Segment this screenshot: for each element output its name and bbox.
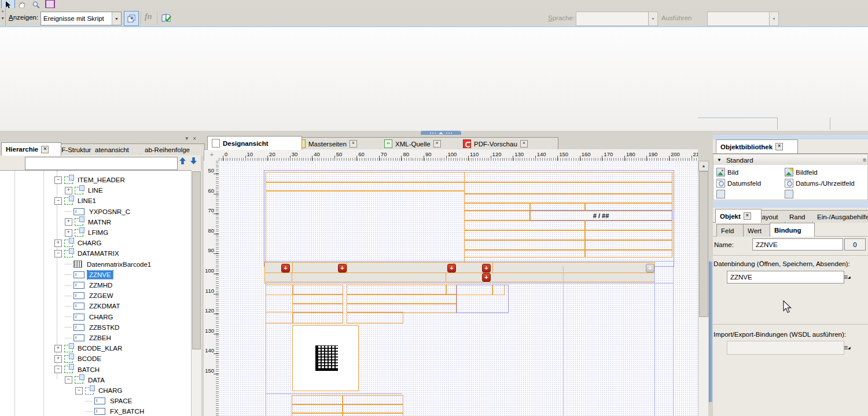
tree-item-line[interactable]: +LINE xyxy=(0,185,191,196)
name-input[interactable]: ZZNVE xyxy=(752,238,843,251)
tree-item-lfimg[interactable]: +LFIMG xyxy=(0,227,191,238)
collapsed-panel-grip[interactable] xyxy=(709,262,712,402)
tree-item-zzbstkd[interactable]: IZZBSTKD xyxy=(0,322,191,333)
script-editor-area[interactable] xyxy=(0,27,868,131)
tree-item-yxposnr-c[interactable]: IYXPOSNR_C xyxy=(0,207,191,217)
scrollbar-thumb[interactable] xyxy=(192,171,201,349)
library-section-header[interactable]: ▼ Standard ≡ xyxy=(713,154,868,166)
show-events-button[interactable] xyxy=(124,11,139,26)
function-icon[interactable]: fn xyxy=(145,12,152,21)
collapse-icon[interactable]: − xyxy=(54,366,62,373)
form-field-rect[interactable] xyxy=(266,312,293,323)
library-item-bild[interactable]: Bild xyxy=(716,168,738,176)
add-row-icon[interactable]: + xyxy=(646,264,654,273)
tree-item-zzkdmat[interactable]: IZZKDMAT xyxy=(0,301,191,311)
tree-item-charg[interactable]: ICHARG xyxy=(0,312,191,322)
tree-item-zznve[interactable]: IZZNVE xyxy=(0,270,191,280)
tree-item-batch[interactable]: −BATCH xyxy=(0,365,191,375)
library-item-item[interactable] xyxy=(716,190,725,198)
tree-item-fx-batch[interactable]: IFX_BATCH xyxy=(0,406,191,416)
tab-pdf-vorschau[interactable]: PDF-Vorschau× xyxy=(458,137,558,150)
tab-bindung[interactable]: Bindung xyxy=(770,223,815,237)
add-row-icon[interactable]: + xyxy=(482,273,491,282)
collapse-icon[interactable]: − xyxy=(54,176,62,184)
tree-item-zzmhd[interactable]: IZZMHD xyxy=(0,280,191,290)
tree-item-space[interactable]: ISPACE xyxy=(0,396,191,406)
form-field-rect[interactable] xyxy=(584,249,672,257)
library-item-item[interactable] xyxy=(785,190,793,198)
panel-collapse-icon[interactable]: ▾ xyxy=(185,135,188,141)
library-item-bildfeld[interactable]: Bildfeld xyxy=(785,168,818,176)
tab-xml-quelle[interactable]: ‹›XML-Quelle× xyxy=(380,137,467,150)
tree-item-zzbeh[interactable]: IZZBEH xyxy=(0,333,191,343)
tree-item-charg[interactable]: −CHARG xyxy=(0,385,191,396)
tree-search-input[interactable] xyxy=(25,157,178,170)
library-item-datumsfeld[interactable]: Datumsfeld xyxy=(716,179,761,187)
binding-list-icon[interactable]: ≡◢ xyxy=(844,274,851,281)
library-item-datums-uhrzeitfeld[interactable]: Datums-/Uhrzeitfeld xyxy=(785,179,855,187)
find-next-icon[interactable] xyxy=(190,157,197,165)
expand-icon[interactable]: + xyxy=(65,218,72,226)
tree-item-zzgew[interactable]: IZZGEW xyxy=(0,290,191,301)
tree-item-line1[interactable]: −LINE1 xyxy=(0,196,191,206)
form-field-rect[interactable] xyxy=(464,182,672,194)
add-row-icon[interactable]: + xyxy=(338,264,347,273)
close-icon[interactable]: × xyxy=(520,140,528,148)
form-field-rect[interactable] xyxy=(264,262,655,274)
tab-ab-reihenfolge[interactable]: ab-Reihenfolge xyxy=(140,143,205,156)
close-icon[interactable]: × xyxy=(41,146,49,153)
close-icon[interactable]: × xyxy=(433,140,441,148)
form-field-rect[interactable] xyxy=(292,413,343,416)
form-field-rect[interactable] xyxy=(464,249,586,257)
expand-icon[interactable]: + xyxy=(65,187,72,194)
datamatrix-barcode[interactable] xyxy=(315,345,338,371)
tree-item-item-header[interactable]: −ITEM_HEADER xyxy=(0,175,191,185)
add-row-icon[interactable]: + xyxy=(447,264,456,273)
anzeigen-dropdown[interactable]: Ereignisse mit Skript ▼ xyxy=(41,12,122,25)
form-field-rect[interactable] xyxy=(266,285,293,295)
section-menu-icon[interactable]: ≡ xyxy=(863,157,866,163)
tab-atenansicht[interactable]: atenansicht xyxy=(90,143,149,156)
panel-collapse-icon[interactable]: ▾ xyxy=(0,16,5,21)
collapse-icon[interactable]: − xyxy=(65,376,72,384)
databinding-input[interactable]: ZZNVE xyxy=(727,271,844,284)
close-icon[interactable]: × xyxy=(775,143,783,150)
collapse-icon[interactable]: − xyxy=(75,387,83,395)
tree-item-matnr[interactable]: +MATNR xyxy=(0,217,191,227)
tab-hierarchie[interactable]: Hierarchie× xyxy=(1,142,61,156)
add-row-icon[interactable]: + xyxy=(482,264,491,273)
panel-splitter[interactable] xyxy=(713,135,868,139)
collapse-icon[interactable]: − xyxy=(54,250,62,257)
tree-item-datenmatrixbarcode1[interactable]: DatenmatrixBarcode1 xyxy=(0,259,191,270)
form-field-rect[interactable] xyxy=(264,273,655,282)
tab-objektbibliothek[interactable]: Objektbibliothek× xyxy=(716,139,798,153)
panel-close-icon[interactable]: × xyxy=(0,9,5,14)
expand-icon[interactable]: + xyxy=(54,345,62,352)
close-icon[interactable]: × xyxy=(350,140,357,148)
splitter-grip[interactable] xyxy=(421,131,461,135)
form-field-rect[interactable] xyxy=(456,285,509,313)
panel-close-icon[interactable]: × xyxy=(193,135,196,142)
tab-designansicht[interactable]: Designansicht xyxy=(207,136,302,150)
collapse-icon[interactable]: − xyxy=(54,197,62,205)
tab-ein-ausgabehilfe[interactable]: Ein-/Ausgabehilfe xyxy=(812,210,868,223)
add-row-icon[interactable]: + xyxy=(281,264,290,273)
form-field-rect[interactable] xyxy=(266,190,465,266)
tree-scrollbar[interactable] xyxy=(191,170,201,416)
tree-item-bcode-klar[interactable]: +BCODE_KLAR xyxy=(0,343,191,354)
tree-item-data[interactable]: −DATA xyxy=(0,375,191,385)
scrollbar-thumb[interactable] xyxy=(699,171,708,317)
tree-item-bcode[interactable]: +BCODE xyxy=(0,354,191,364)
expand-icon[interactable]: + xyxy=(54,355,62,363)
tab-masterseiten[interactable]: Masterseiten× xyxy=(293,137,387,150)
expand-icon[interactable]: + xyxy=(54,240,62,247)
form-field-rect[interactable] xyxy=(292,312,343,323)
close-icon[interactable]: × xyxy=(744,212,751,220)
tab-objekt[interactable]: Objekt× xyxy=(715,209,762,223)
design-canvas[interactable]: # / ##++++++ xyxy=(219,161,698,416)
scroll-up-arrow[interactable]: ▲ xyxy=(698,161,709,171)
find-previous-icon[interactable] xyxy=(179,157,186,165)
canvas-scrollbar[interactable]: ▲ xyxy=(698,161,708,416)
tree-item-charg[interactable]: +CHARG xyxy=(0,238,191,248)
binding-list-icon[interactable]: ≡◢ xyxy=(844,344,851,351)
